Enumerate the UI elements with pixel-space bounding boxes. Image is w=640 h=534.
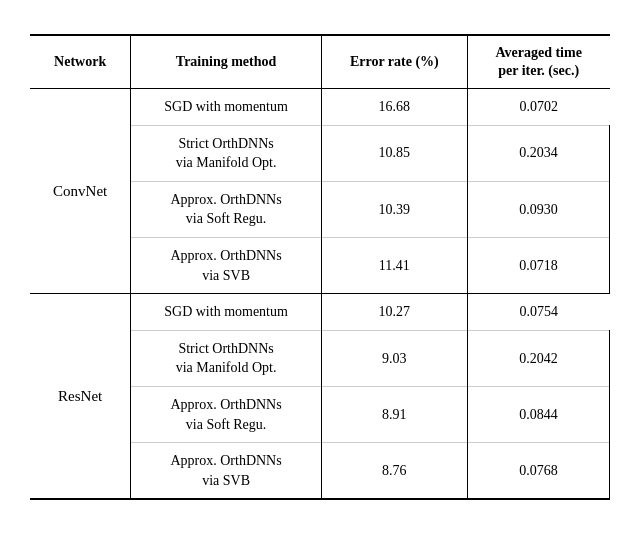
- header-training-method: Training method: [131, 35, 322, 89]
- network-label-resnet: ResNet: [30, 294, 131, 500]
- training-method-cell: SGD with momentum: [131, 294, 322, 331]
- network-label-convnet: ConvNet: [30, 89, 131, 294]
- error-rate-cell: 11.41: [321, 238, 467, 294]
- avg-time-cell: 0.0718: [467, 238, 609, 294]
- training-method-cell: SGD with momentum: [131, 89, 322, 126]
- avg-time-cell: 0.2034: [467, 125, 609, 181]
- results-table: Network Training method Error rate (%) A…: [30, 34, 610, 501]
- table-row: ConvNetSGD with momentum16.680.0702: [30, 89, 610, 126]
- error-rate-cell: 10.39: [321, 181, 467, 237]
- training-method-cell: Approx. OrthDNNsvia Soft Regu.: [131, 386, 322, 442]
- avg-time-cell: 0.2042: [467, 330, 609, 386]
- avg-time-cell: 0.0768: [467, 443, 609, 500]
- error-rate-cell: 8.91: [321, 386, 467, 442]
- avg-time-cell: 0.0844: [467, 386, 609, 442]
- error-rate-cell: 8.76: [321, 443, 467, 500]
- training-method-cell: Approx. OrthDNNsvia SVB: [131, 238, 322, 294]
- avg-time-cell: 0.0754: [467, 294, 609, 331]
- header-error-rate: Error rate (%): [321, 35, 467, 89]
- error-rate-cell: 10.27: [321, 294, 467, 331]
- training-method-cell: Approx. OrthDNNsvia SVB: [131, 443, 322, 500]
- header-avg-time: Averaged timeper iter. (sec.): [467, 35, 609, 89]
- training-method-cell: Strict OrthDNNsvia Manifold Opt.: [131, 330, 322, 386]
- error-rate-cell: 16.68: [321, 89, 467, 126]
- table-row: ResNetSGD with momentum10.270.0754: [30, 294, 610, 331]
- training-method-cell: Approx. OrthDNNsvia Soft Regu.: [131, 181, 322, 237]
- avg-time-cell: 0.0930: [467, 181, 609, 237]
- header-network: Network: [30, 35, 131, 89]
- header-row: Network Training method Error rate (%) A…: [30, 35, 610, 89]
- error-rate-cell: 10.85: [321, 125, 467, 181]
- avg-time-cell: 0.0702: [467, 89, 609, 126]
- training-method-cell: Strict OrthDNNsvia Manifold Opt.: [131, 125, 322, 181]
- table-container: Network Training method Error rate (%) A…: [30, 34, 610, 501]
- error-rate-cell: 9.03: [321, 330, 467, 386]
